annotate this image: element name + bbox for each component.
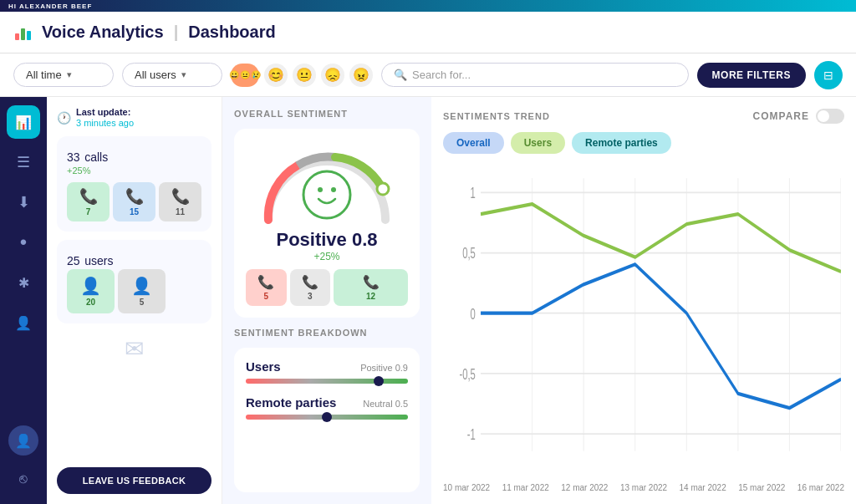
paper-plane-illustration: ✉ [57, 332, 211, 366]
download-icon: ⬇ [18, 193, 30, 211]
sentiment-icons: 📞 5 📞 3 📞 12 [246, 269, 408, 306]
call-count-gray: 11 [176, 207, 185, 216]
user-list-icon: 👤 [15, 315, 32, 331]
chart-x-labels: 10 mar 2022 11 mar 2022 12 mar 2022 13 m… [443, 483, 844, 492]
gauge-chart [252, 140, 402, 224]
sidebar-item-spark[interactable]: ✱ [7, 266, 40, 299]
call-icons: 📞 7 📞 15 📞 11 [67, 182, 201, 221]
tab-remote-parties[interactable]: Remote parties [572, 132, 671, 154]
users-count: 25 users [67, 250, 201, 269]
filter-bar: All time ▾ All users ▾ 😀😐😢 😊 😐 😞 😠 🔍 Sea… [0, 53, 856, 97]
x-label-1: 10 mar 2022 [443, 483, 490, 492]
users-breakdown: Users Positive 0.9 [246, 359, 408, 384]
phone-blue-icon: 📞 [125, 187, 144, 206]
sidebar-item-logout[interactable]: ⎋ [7, 462, 40, 496]
tab-overall[interactable]: Overall [443, 132, 504, 154]
breakdown-card: Users Positive 0.9 Remote parties Neutra… [234, 348, 420, 492]
trend-chart: 1 0,5 0 -0,5 -1 [446, 164, 841, 480]
neutral-count: 3 [308, 292, 313, 301]
users-filter-label: All users [135, 69, 176, 81]
svg-point-3 [377, 183, 389, 195]
users-filter[interactable]: All users ▾ [122, 63, 222, 87]
search-icon: 🔍 [394, 69, 407, 81]
spark-icon: ✱ [18, 275, 29, 291]
emoji-filters: 😀😐😢 😊 😐 😞 😠 [231, 64, 373, 87]
header-divider: | [174, 23, 179, 42]
svg-rect-2 [27, 31, 31, 40]
time-filter-chevron: ▾ [67, 69, 72, 80]
time-filter[interactable]: All time ▾ [13, 63, 114, 87]
compare-toggle[interactable]: COMPARE [753, 109, 844, 124]
more-filters-button[interactable]: MORE FILTERS [697, 63, 806, 88]
dashboard-icon: 📊 [15, 115, 32, 130]
sidebar-item-user-list[interactable]: 👤 [7, 306, 40, 339]
last-update: 🕐 Last update: 3 minutes ago [57, 107, 211, 128]
phone-green-icon: 📞 [79, 187, 98, 206]
svg-text:0: 0 [471, 305, 476, 323]
compare-label: COMPARE [753, 110, 809, 122]
emoji-happy[interactable]: 😊 [264, 64, 288, 87]
user-green-icon: 👤 [80, 276, 101, 296]
negative-count: 5 [263, 292, 268, 301]
header: Voice Analytics | Dashboard [0, 12, 856, 53]
list-icon: ☰ [17, 153, 30, 171]
calls-change: +25% [67, 165, 201, 176]
overall-sentiment-label: OVERALL SENTIMENT [234, 109, 420, 119]
banner-text: HI ALEXANDER BEEF [8, 3, 92, 10]
main-layout: 📊 ☰ ⬇ • ✱ 👤 👤 ⎋ 🕐 Las [0, 97, 856, 504]
sidebar: 📊 ☰ ⬇ • ✱ 👤 👤 ⎋ [0, 97, 47, 504]
x-label-2: 11 mar 2022 [502, 483, 549, 492]
chart-area: 1 0,5 0 -0,5 -1 [443, 164, 844, 480]
x-label-7: 16 mar 2022 [797, 483, 844, 492]
time-filter-label: All time [26, 69, 62, 81]
gauge-value: Positive 0.8 [276, 229, 377, 251]
gauge-container: Positive 0.8 +25% 📞 5 📞 3 📞 12 [234, 129, 420, 318]
call-count-green: 7 [86, 207, 91, 216]
users-progress-track [246, 379, 408, 384]
users-progress-dot [374, 376, 384, 386]
user-type-green: 👤 20 [67, 269, 115, 313]
sentiment-negative: 📞 5 [246, 269, 287, 306]
sidebar-item-download[interactable]: ⬇ [7, 186, 40, 219]
gauge-change: +25% [313, 251, 339, 262]
phone-gray-icon: 📞 [171, 187, 190, 206]
emoji-sad[interactable]: 😞 [321, 64, 344, 87]
header-title: Voice Analytics | Dashboard [13, 22, 276, 43]
search-bar[interactable]: 🔍 Search for... [381, 63, 689, 87]
remote-breakdown-label: Remote parties [246, 395, 336, 410]
avatar-icon: 👤 [15, 433, 32, 449]
leave-feedback-button[interactable]: LEAVE US FEEDBACK [57, 467, 211, 494]
dot-icon: • [20, 231, 27, 254]
remote-progress-track [246, 415, 408, 420]
clock-icon: 🕐 [57, 111, 71, 125]
avatar[interactable]: 👤 [8, 425, 38, 456]
users-breakdown-label: Users [246, 359, 281, 374]
sidebar-item-dot[interactable]: • [7, 226, 40, 259]
sidebar-item-list[interactable]: ☰ [7, 145, 40, 179]
sidebar-bottom: 👤 ⎋ [7, 425, 40, 496]
emoji-neutral[interactable]: 😐 [293, 64, 316, 87]
center-panel: OVERALL SENTIMENT Positive 0.8 +2 [222, 97, 431, 504]
emoji-angry[interactable]: 😠 [349, 64, 373, 87]
call-type-green: 📞 7 [67, 182, 110, 221]
sentiment-breakdown-label: SENTIMENT BREAKDOWN [234, 328, 420, 338]
svg-point-5 [318, 187, 323, 192]
users-filter-chevron: ▾ [181, 69, 186, 80]
calls-stat-card: 33 calls +25% 📞 7 📞 15 📞 11 [57, 136, 211, 232]
calls-count: 33 calls [67, 146, 201, 165]
svg-point-4 [303, 171, 350, 218]
sentiment-neutral: 📞 3 [290, 269, 331, 306]
x-label-6: 15 mar 2022 [738, 483, 785, 492]
svg-text:-1: -1 [467, 425, 476, 443]
sidebar-item-dashboard[interactable]: 📊 [7, 105, 40, 139]
call-count-blue: 15 [130, 207, 139, 216]
x-label-3: 12 mar 2022 [561, 483, 608, 492]
emoji-all[interactable]: 😀😐😢 [231, 64, 259, 87]
tab-users[interactable]: Users [511, 132, 565, 154]
last-update-label: Last update: [76, 107, 134, 118]
neutral-icon: 📞 [302, 274, 318, 290]
user-gray-icon: 👤 [131, 276, 152, 296]
compare-switch[interactable] [816, 109, 844, 124]
svg-text:-0,5: -0,5 [459, 365, 475, 383]
filter-icon-button[interactable]: ⊟ [814, 61, 843, 89]
